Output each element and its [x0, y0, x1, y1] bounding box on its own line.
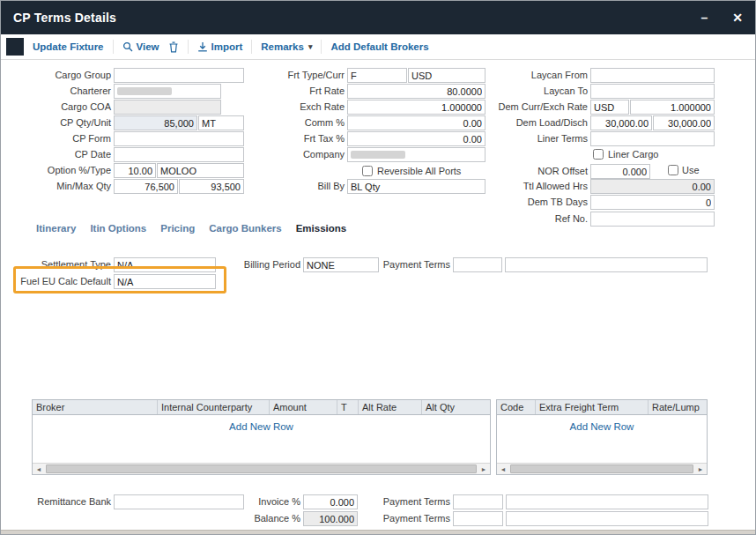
nor-offset-use-checkbox[interactable]	[668, 165, 678, 175]
scroll-left-icon[interactable]: ◄	[497, 464, 509, 474]
comm-pct-input[interactable]	[347, 115, 485, 130]
charterer-label: Charterer	[17, 84, 111, 98]
scroll-right-icon[interactable]: ►	[478, 464, 490, 474]
column-header-alt-qty: Alt Qty	[422, 400, 490, 414]
exch-rate-input[interactable]	[347, 100, 485, 115]
minimize-icon[interactable]: –	[700, 11, 708, 24]
brokers-horizontal-scrollbar[interactable]: ◄ ►	[33, 463, 490, 474]
frt-type-input[interactable]	[347, 68, 407, 83]
ref-no-input[interactable]	[590, 212, 715, 227]
import-label: Import	[211, 41, 243, 52]
update-fixture-button[interactable]: Update Fixture	[33, 41, 104, 52]
dem-tb-days-input[interactable]	[590, 195, 715, 210]
max-qty-input[interactable]	[179, 179, 244, 194]
fuel-eu-calc-default-input[interactable]	[114, 274, 216, 289]
column-header-code: Code	[497, 400, 536, 414]
cargo-coa-input[interactable]	[114, 100, 221, 115]
dem-tb-days-label: Dem TB Days	[485, 195, 588, 209]
ttl-allowed-hrs-label: Ttl Allowed Hrs	[485, 179, 588, 193]
cp-unit-input[interactable]	[198, 115, 244, 130]
option-pct-input[interactable]	[114, 163, 156, 178]
exch-rate-label: Exch Rate	[250, 100, 345, 114]
laycan-to-input[interactable]	[590, 84, 715, 99]
remittance-bank-label: Remittance Bank	[17, 494, 111, 509]
brokers-add-new-row-link[interactable]: Add New Row	[33, 421, 490, 432]
frt-tax-input[interactable]	[347, 131, 485, 146]
tab-cargo-bunkers[interactable]: Cargo Bunkers	[209, 223, 281, 234]
settlement-type-input[interactable]	[114, 257, 216, 272]
view-button[interactable]: View	[122, 41, 159, 52]
cp-form-input[interactable]	[114, 131, 244, 146]
import-button[interactable]: Import	[197, 41, 243, 52]
scrollbar-thumb[interactable]	[46, 464, 477, 473]
fuel-eu-calc-default-label: Fuel EU Calc Default	[17, 274, 111, 288]
invoice-pct-input[interactable]	[303, 494, 358, 509]
add-default-brokers-button[interactable]: Add Default Brokers	[330, 41, 428, 52]
laycan-to-label: Laycan To	[485, 84, 588, 98]
payment-terms-row2-desc-input[interactable]	[506, 511, 708, 526]
company-input[interactable]	[347, 147, 485, 162]
remittance-bank-input[interactable]	[114, 494, 244, 509]
payment-terms-row2-code-input[interactable]	[453, 511, 503, 526]
app-menu-icon[interactable]	[6, 38, 24, 56]
dem-load-input[interactable]	[590, 115, 652, 130]
extra-freight-table-header: Code Extra Freight Term Rate/Lump	[497, 400, 707, 415]
scroll-right-icon[interactable]: ►	[694, 464, 707, 474]
toolbar: Update Fixture View Import Remarks ▾ Add…	[1, 34, 755, 60]
payment-terms-code-input[interactable]	[453, 257, 502, 272]
cargo-group-input[interactable]	[114, 68, 244, 83]
dem-curr-input[interactable]	[590, 100, 629, 115]
bill-by-label: Bill By	[250, 179, 345, 193]
extra-freight-table: Code Extra Freight Term Rate/Lump Add Ne…	[496, 399, 708, 475]
extra-freight-horizontal-scrollbar[interactable]: ◄ ►	[497, 463, 707, 474]
cp-form-label: CP Form	[17, 131, 111, 145]
laycan-from-label: Laycan From	[485, 68, 588, 82]
cargo-group-label: Cargo Group	[17, 68, 111, 82]
liner-cargo-checkbox[interactable]	[593, 149, 604, 160]
ttl-allowed-hrs-input[interactable]	[590, 179, 715, 194]
liner-terms-input[interactable]	[590, 131, 715, 146]
scroll-left-icon[interactable]: ◄	[33, 464, 45, 474]
column-header-rate-lump: Rate/Lump	[649, 400, 707, 414]
tab-emissions[interactable]: Emissions	[296, 223, 347, 234]
extra-freight-add-new-row-link[interactable]: Add New Row	[497, 421, 707, 432]
toolbar-separator	[113, 40, 114, 54]
remarks-dropdown[interactable]: Remarks ▾	[261, 41, 312, 52]
charterer-input[interactable]	[114, 84, 221, 99]
chevron-down-icon: ▾	[308, 42, 313, 51]
frt-rate-input[interactable]	[347, 84, 485, 99]
payment-terms-desc-input[interactable]	[505, 257, 708, 272]
billing-period-input[interactable]	[303, 257, 379, 272]
cp-terms-details-window: { "window": { "title": "CP Terms Details…	[0, 0, 756, 535]
billing-period-label: Billing Period	[232, 257, 300, 271]
dem-disch-input[interactable]	[653, 115, 715, 130]
nor-offset-input[interactable]	[590, 164, 650, 179]
nor-offset-use-label: Use	[682, 164, 700, 176]
frt-curr-input[interactable]	[408, 68, 485, 83]
payment-terms-row1-desc-input[interactable]	[506, 494, 708, 509]
ref-no-label: Ref No.	[485, 212, 588, 226]
company-label: Company	[250, 147, 345, 161]
tab-itin-options[interactable]: Itin Options	[90, 223, 146, 234]
balance-pct-input[interactable]	[303, 511, 358, 526]
close-icon[interactable]: ✕	[732, 11, 743, 24]
dem-exch-rate-input[interactable]	[630, 100, 715, 115]
window-bottom-edge	[1, 530, 755, 535]
scrollbar-thumb[interactable]	[510, 464, 693, 473]
delete-button[interactable]	[168, 41, 179, 53]
reversible-all-ports-checkbox[interactable]	[362, 166, 373, 176]
payment-terms-row2-label: Payment Terms	[375, 511, 450, 525]
option-type-input[interactable]	[157, 163, 244, 178]
column-header-t: T	[337, 400, 359, 414]
cp-qty-input[interactable]	[114, 115, 197, 130]
cp-date-input[interactable]	[114, 147, 244, 162]
laycan-from-input[interactable]	[590, 68, 715, 83]
brokers-table: Broker Internal Counterparty Amount T Al…	[32, 399, 491, 475]
tab-pricing[interactable]: Pricing	[160, 223, 195, 234]
window-controls: – ✕	[700, 11, 743, 24]
remarks-label: Remarks	[261, 41, 304, 52]
payment-terms-row1-code-input[interactable]	[453, 494, 503, 509]
tab-itinerary[interactable]: Itinerary	[36, 223, 76, 234]
min-qty-input[interactable]	[114, 179, 178, 194]
bill-by-input[interactable]	[347, 179, 485, 194]
